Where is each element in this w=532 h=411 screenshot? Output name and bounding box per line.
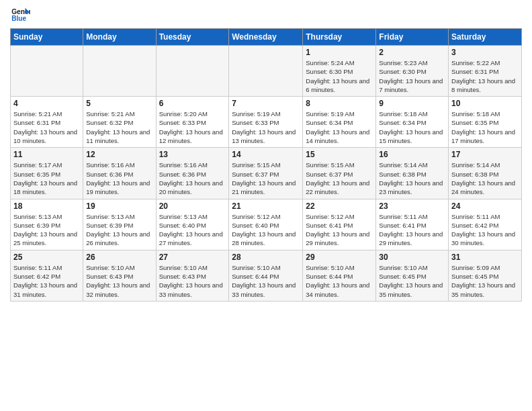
day-number: 31	[451, 253, 519, 262]
calendar-cell: 8Sunrise: 5:19 AM Sunset: 6:34 PM Daylig…	[303, 97, 376, 148]
day-number: 9	[379, 99, 445, 108]
calendar-cell: 13Sunrise: 5:16 AM Sunset: 6:36 PM Dayli…	[156, 148, 229, 199]
day-number: 3	[451, 48, 519, 57]
day-number: 23	[379, 201, 445, 211]
day-info: Sunrise: 5:20 AM Sunset: 6:33 PM Dayligh…	[159, 109, 226, 145]
day-info: Sunrise: 5:16 AM Sunset: 6:36 PM Dayligh…	[86, 161, 152, 196]
calendar-cell: 30Sunrise: 5:10 AM Sunset: 6:45 PM Dayli…	[376, 250, 449, 301]
calendar-cell: 22Sunrise: 5:12 AM Sunset: 6:41 PM Dayli…	[303, 199, 376, 250]
day-info: Sunrise: 5:24 AM Sunset: 6:30 PM Dayligh…	[306, 58, 373, 94]
day-info: Sunrise: 5:13 AM Sunset: 6:39 PM Dayligh…	[13, 212, 80, 248]
day-number: 14	[232, 150, 300, 159]
day-info: Sunrise: 5:16 AM Sunset: 6:36 PM Dayligh…	[159, 161, 226, 196]
day-number: 2	[379, 48, 445, 57]
day-info: Sunrise: 5:21 AM Sunset: 6:32 PM Dayligh…	[86, 109, 152, 145]
calendar-cell: 15Sunrise: 5:15 AM Sunset: 6:37 PM Dayli…	[303, 148, 376, 199]
calendar-cell: 6Sunrise: 5:20 AM Sunset: 6:33 PM Daylig…	[156, 97, 229, 148]
day-number: 7	[232, 99, 300, 108]
day-info: Sunrise: 5:21 AM Sunset: 6:31 PM Dayligh…	[13, 109, 80, 145]
calendar-cell: 28Sunrise: 5:10 AM Sunset: 6:44 PM Dayli…	[229, 250, 303, 301]
day-info: Sunrise: 5:10 AM Sunset: 6:44 PM Dayligh…	[232, 263, 300, 299]
calendar-cell: 17Sunrise: 5:14 AM Sunset: 6:38 PM Dayli…	[449, 148, 522, 199]
calendar-cell: 31Sunrise: 5:09 AM Sunset: 6:45 PM Dayli…	[449, 250, 522, 301]
day-info: Sunrise: 5:18 AM Sunset: 6:34 PM Dayligh…	[379, 109, 445, 145]
calendar-cell: 1Sunrise: 5:24 AM Sunset: 6:30 PM Daylig…	[303, 46, 376, 97]
day-number: 1	[306, 48, 373, 57]
day-info: Sunrise: 5:13 AM Sunset: 6:40 PM Dayligh…	[159, 212, 226, 248]
calendar-cell: 29Sunrise: 5:10 AM Sunset: 6:44 PM Dayli…	[303, 250, 376, 301]
calendar-week-row: 4Sunrise: 5:21 AM Sunset: 6:31 PM Daylig…	[11, 97, 522, 148]
calendar-cell: 2Sunrise: 5:23 AM Sunset: 6:30 PM Daylig…	[376, 46, 449, 97]
day-info: Sunrise: 5:09 AM Sunset: 6:45 PM Dayligh…	[451, 263, 519, 299]
day-info: Sunrise: 5:19 AM Sunset: 6:34 PM Dayligh…	[306, 109, 373, 145]
day-number: 8	[306, 99, 373, 108]
calendar-cell: 9Sunrise: 5:18 AM Sunset: 6:34 PM Daylig…	[376, 97, 449, 148]
day-info: Sunrise: 5:14 AM Sunset: 6:38 PM Dayligh…	[379, 161, 445, 196]
calendar-cell: 19Sunrise: 5:13 AM Sunset: 6:39 PM Dayli…	[83, 199, 156, 250]
day-info: Sunrise: 5:10 AM Sunset: 6:45 PM Dayligh…	[379, 263, 445, 299]
calendar-cell: 27Sunrise: 5:10 AM Sunset: 6:43 PM Dayli…	[156, 250, 229, 301]
calendar-week-row: 25Sunrise: 5:11 AM Sunset: 6:42 PM Dayli…	[11, 250, 522, 301]
calendar-cell: 26Sunrise: 5:10 AM Sunset: 6:43 PM Dayli…	[83, 250, 156, 301]
calendar-header-friday: Friday	[376, 29, 449, 46]
calendar-cell: 23Sunrise: 5:11 AM Sunset: 6:41 PM Dayli…	[376, 199, 449, 250]
calendar-header-sunday: Sunday	[11, 29, 83, 46]
day-info: Sunrise: 5:12 AM Sunset: 6:41 PM Dayligh…	[306, 212, 373, 248]
day-info: Sunrise: 5:11 AM Sunset: 6:41 PM Dayligh…	[379, 212, 445, 248]
calendar-header-row: SundayMondayTuesdayWednesdayThursdayFrid…	[11, 29, 522, 46]
calendar-header-monday: Monday	[83, 29, 156, 46]
calendar-header-tuesday: Tuesday	[156, 29, 229, 46]
calendar-cell: 25Sunrise: 5:11 AM Sunset: 6:42 PM Dayli…	[11, 250, 83, 301]
calendar-cell: 14Sunrise: 5:15 AM Sunset: 6:37 PM Dayli…	[229, 148, 303, 199]
day-info: Sunrise: 5:15 AM Sunset: 6:37 PM Dayligh…	[306, 161, 373, 196]
calendar-cell: 4Sunrise: 5:21 AM Sunset: 6:31 PM Daylig…	[11, 97, 83, 148]
day-number: 18	[13, 201, 80, 211]
calendar-cell: 11Sunrise: 5:17 AM Sunset: 6:35 PM Dayli…	[11, 148, 83, 199]
day-number: 29	[306, 253, 373, 262]
calendar-cell: 12Sunrise: 5:16 AM Sunset: 6:36 PM Dayli…	[83, 148, 156, 199]
calendar-cell: 5Sunrise: 5:21 AM Sunset: 6:32 PM Daylig…	[83, 97, 156, 148]
day-info: Sunrise: 5:14 AM Sunset: 6:38 PM Dayligh…	[451, 161, 519, 196]
day-number: 26	[86, 253, 152, 262]
calendar-week-row: 1Sunrise: 5:24 AM Sunset: 6:30 PM Daylig…	[11, 46, 522, 97]
calendar-header-wednesday: Wednesday	[229, 29, 303, 46]
calendar-cell: 21Sunrise: 5:12 AM Sunset: 6:40 PM Dayli…	[229, 199, 303, 250]
calendar-week-row: 18Sunrise: 5:13 AM Sunset: 6:39 PM Dayli…	[11, 199, 522, 250]
header: General Blue	[10, 7, 522, 24]
logo: General Blue	[10, 7, 30, 24]
day-info: Sunrise: 5:13 AM Sunset: 6:39 PM Dayligh…	[86, 212, 152, 248]
day-number: 10	[451, 99, 519, 108]
calendar-header-saturday: Saturday	[449, 29, 522, 46]
day-info: Sunrise: 5:12 AM Sunset: 6:40 PM Dayligh…	[232, 212, 300, 248]
calendar-cell: 10Sunrise: 5:18 AM Sunset: 6:35 PM Dayli…	[449, 97, 522, 148]
day-number: 11	[13, 150, 80, 159]
day-number: 5	[86, 99, 152, 108]
day-number: 30	[379, 253, 445, 262]
day-info: Sunrise: 5:10 AM Sunset: 6:44 PM Dayligh…	[306, 263, 373, 299]
day-number: 21	[232, 201, 300, 211]
svg-text:Blue: Blue	[11, 15, 26, 21]
day-number: 28	[232, 253, 300, 262]
calendar-cell: 7Sunrise: 5:19 AM Sunset: 6:33 PM Daylig…	[229, 97, 303, 148]
calendar-cell: 16Sunrise: 5:14 AM Sunset: 6:38 PM Dayli…	[376, 148, 449, 199]
day-info: Sunrise: 5:22 AM Sunset: 6:31 PM Dayligh…	[451, 58, 519, 94]
calendar-cell	[11, 46, 83, 97]
calendar-cell	[156, 46, 229, 97]
calendar-cell: 3Sunrise: 5:22 AM Sunset: 6:31 PM Daylig…	[449, 46, 522, 97]
day-info: Sunrise: 5:10 AM Sunset: 6:43 PM Dayligh…	[86, 263, 152, 299]
calendar-cell: 24Sunrise: 5:11 AM Sunset: 6:42 PM Dayli…	[449, 199, 522, 250]
day-number: 15	[306, 150, 373, 159]
calendar-cell: 20Sunrise: 5:13 AM Sunset: 6:40 PM Dayli…	[156, 199, 229, 250]
day-number: 19	[86, 201, 152, 211]
day-info: Sunrise: 5:10 AM Sunset: 6:43 PM Dayligh…	[159, 263, 226, 299]
day-number: 24	[451, 201, 519, 211]
calendar-week-row: 11Sunrise: 5:17 AM Sunset: 6:35 PM Dayli…	[11, 148, 522, 199]
day-number: 13	[159, 150, 226, 159]
day-info: Sunrise: 5:15 AM Sunset: 6:37 PM Dayligh…	[232, 161, 300, 196]
logo-image: General Blue	[10, 7, 30, 24]
day-number: 27	[159, 253, 226, 262]
day-info: Sunrise: 5:11 AM Sunset: 6:42 PM Dayligh…	[13, 263, 80, 299]
calendar-cell: 18Sunrise: 5:13 AM Sunset: 6:39 PM Dayli…	[11, 199, 83, 250]
day-number: 20	[159, 201, 226, 211]
day-number: 16	[379, 150, 445, 159]
